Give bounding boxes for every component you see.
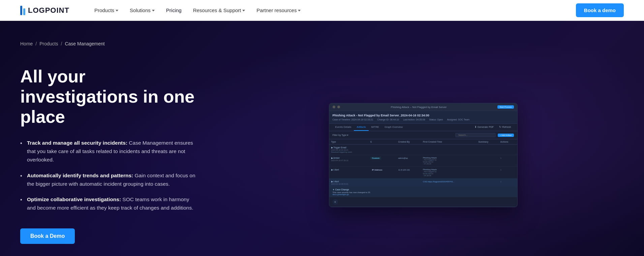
table-row: ▶ I Alert IP Address 11.8.120.131 Phishi… <box>329 167 517 179</box>
col-s: S <box>368 139 396 145</box>
bullet-3: Optimize collaborative investigations: S… <box>20 195 195 212</box>
mockup-titlebar: Phishing Attack – Not Flagged by Email S… <box>329 103 517 111</box>
table-row: ▶ Trigger Email 2024-04-16 02:33:21 Reso… <box>329 145 517 155</box>
col-type: Type <box>329 139 368 145</box>
nav-book-demo-button[interactable]: Book a demo <box>576 3 624 17</box>
dashboard-mockup: Phishing Attack – Not Flagged by Email S… <box>329 103 518 207</box>
table-row: ▶ Amber 2023-04-16 07:35:10 Custom admin… <box>329 155 517 167</box>
logo-bar-2 <box>23 8 25 15</box>
mockup-generate-pdf[interactable]: ⬇ Generate PDF <box>472 124 496 131</box>
mockup-filter[interactable]: Filter by Type ▾ <box>333 134 349 137</box>
nav-item-resources[interactable]: Resources & Support <box>188 5 250 16</box>
logo[interactable]: LOGPOINT <box>20 6 69 15</box>
chevron-down-icon <box>298 10 301 11</box>
bullet-1: Track and manage all security incidents:… <box>20 139 195 164</box>
chevron-down-icon <box>242 10 245 11</box>
mockup-tabs: Events Details Artifacts MITRE Graph Ove… <box>329 124 517 131</box>
mockup-case-title: Phishing Attack - Not Flagged by Email S… <box>333 114 514 117</box>
col-summary: Summary <box>476 139 498 145</box>
col-first-created: First Created Time <box>421 139 477 145</box>
mockup-toolbar: Filter by Type ▾ + Add Artifact <box>329 131 517 139</box>
breadcrumb-products[interactable]: Products <box>39 41 58 46</box>
breadcrumb: Home / Products / Case Management <box>20 41 624 46</box>
mockup-dot <box>333 106 335 108</box>
mockup-tab-mitre[interactable]: MITRE <box>369 124 382 131</box>
mockup-add-artifact-button[interactable]: + Add Artifact <box>498 134 514 137</box>
mockup-table: Type S Created By First Created Time Sum… <box>329 139 517 207</box>
breadcrumb-home[interactable]: Home <box>20 41 33 46</box>
hero-text: All your investigations in one place Tra… <box>20 67 195 244</box>
breadcrumb-current: Case Management <box>65 41 104 46</box>
mockup-header: Phishing Attack - Not Flagged by Email S… <box>329 111 517 124</box>
col-created-by: Created By <box>396 139 421 145</box>
mockup-tab-artifacts[interactable]: Artifacts <box>354 124 368 131</box>
nav-item-solutions[interactable]: Solutions <box>125 5 159 16</box>
nav-item-pricing[interactable]: Pricing <box>161 5 186 16</box>
nav-item-partner[interactable]: Partner resources <box>252 5 305 16</box>
navbar: LOGPOINT Products Solutions Pricing Reso… <box>0 0 644 21</box>
table-row: ▶ I Alert 2023-04-16 08:44:01 CVE-https:… <box>329 179 517 187</box>
chevron-down-icon <box>116 10 118 11</box>
chevron-down-icon <box>152 10 155 11</box>
hero-content: All your investigations in one place Tra… <box>20 67 624 244</box>
hero-image: Phishing Attack – Not Flagged by Email S… <box>222 103 624 207</box>
nav-item-products[interactable]: Products <box>90 5 123 16</box>
logo-text: LOGPOINT <box>28 6 69 15</box>
bullet-2: Automatically identify trends and patter… <box>20 172 195 188</box>
table-row: + <box>329 197 517 207</box>
nav-links: Products Solutions Pricing Resources & S… <box>90 5 576 16</box>
mockup-tab-events[interactable]: Events Details <box>333 124 354 131</box>
mockup-refresh[interactable]: ↻ Refresh <box>496 124 514 131</box>
hero-bullets: Track and manage all security incidents:… <box>20 139 195 212</box>
mockup-meta: Case of Timeline: 2024-04-16 02:33:21 Ch… <box>333 118 514 121</box>
mockup-dot <box>337 106 340 108</box>
mockup-start-button: Start Process <box>497 105 514 109</box>
mockup-tab-graph[interactable]: Graph Overview <box>382 124 405 131</box>
mockup-title-text: Phishing Attack – Not Flagged by Email S… <box>342 106 496 109</box>
table-row: ▼ Case Change This case severity has now… <box>329 187 517 197</box>
hero-section: Home / Products / Case Management All yo… <box>0 21 644 256</box>
mockup-search-input[interactable] <box>455 133 496 137</box>
hero-title: All your investigations in one place <box>20 67 195 127</box>
logo-bar-1 <box>20 6 22 15</box>
hero-book-demo-button[interactable]: Book a Demo <box>20 228 75 244</box>
col-actions: Actions <box>498 139 517 145</box>
logo-icon <box>20 6 25 15</box>
